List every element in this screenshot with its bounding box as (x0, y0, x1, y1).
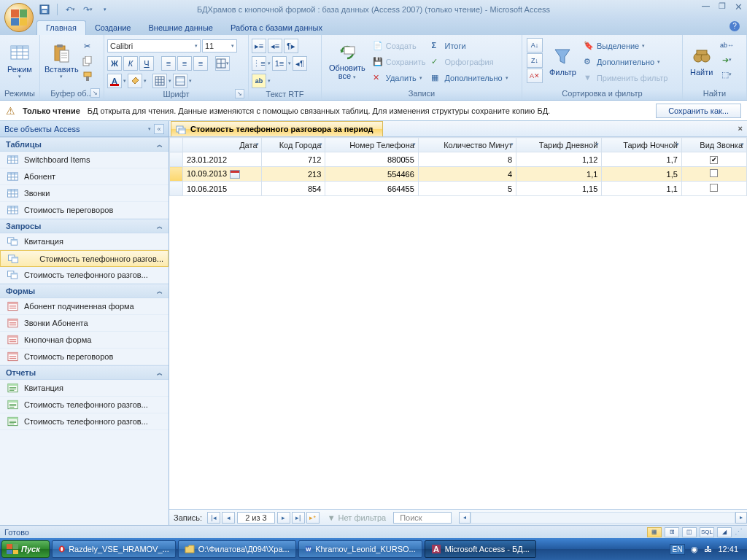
find-button[interactable]: Найти (686, 36, 717, 86)
new-record[interactable]: 📄Создать (370, 38, 429, 54)
dialog-launcher-icon[interactable]: ↘ (235, 89, 244, 98)
sort-asc-icon[interactable]: A↓ (527, 38, 543, 52)
decrease-indent-icon[interactable]: ◂≡ (268, 39, 282, 53)
cell[interactable] (681, 182, 746, 196)
cell[interactable]: 1,1 (602, 182, 682, 196)
cell[interactable]: 213 (261, 167, 325, 182)
checkbox[interactable] (710, 169, 718, 177)
sql-view-btn[interactable]: SQL (700, 527, 714, 537)
minimize-icon[interactable]: — (702, 1, 710, 12)
clear-sort-icon[interactable]: A✕ (527, 69, 543, 83)
checkbox[interactable]: ✔ (710, 156, 718, 164)
cell[interactable]: 4 (418, 167, 516, 182)
column-header[interactable]: Вид Звонка▾ (681, 138, 746, 152)
sort-desc-icon[interactable]: Z↓ (527, 53, 543, 68)
clock[interactable]: 12:41 (718, 545, 738, 553)
taskbar-button[interactable]: WKhramov_Leonid_KURSO... (298, 540, 422, 558)
cell[interactable]: 712 (261, 152, 325, 167)
resize-grip-icon[interactable]: ⋰ (735, 527, 743, 537)
last-record-icon[interactable]: ▸| (292, 512, 305, 524)
tab-home[interactable]: Главная (36, 20, 86, 35)
increase-indent-icon[interactable]: ▸≡ (252, 39, 266, 53)
nav-category[interactable]: Формы︽ (0, 284, 169, 298)
advanced-filter[interactable]: ⚙Дополнительно ▾ (581, 54, 671, 70)
scroll-left-icon[interactable]: ◂ (459, 512, 471, 524)
next-record-icon[interactable]: ▸ (277, 512, 290, 524)
select-icon[interactable]: ⬚ ▾ (717, 67, 736, 82)
record-position[interactable]: 2 из 3 (237, 512, 275, 524)
pivot-chart-btn[interactable]: ◫ (682, 527, 697, 537)
select-all-corner[interactable] (170, 138, 183, 152)
row-selector[interactable] (170, 152, 183, 167)
toggle-filter[interactable]: ▼Применить фильтр (581, 70, 671, 86)
row-selector[interactable] (170, 182, 183, 196)
column-header[interactable]: Тариф Дневной▾ (516, 138, 602, 152)
spelling[interactable]: ✓Орфография (428, 54, 511, 70)
cell[interactable]: 1,7 (602, 152, 682, 167)
tray-icon[interactable]: ◉ (691, 545, 698, 554)
gridlines2-icon[interactable] (152, 74, 167, 88)
taskbar-button[interactable]: Razdely_VSE_HRAMOV_... (52, 540, 176, 558)
totals[interactable]: ΣИтоги (428, 38, 511, 54)
font-color-icon[interactable]: A (107, 74, 122, 88)
align-right-icon[interactable]: ≡ (193, 56, 208, 71)
qat-more-icon[interactable]: ▾ (98, 3, 112, 16)
cell[interactable] (681, 167, 746, 182)
horizontal-scrollbar[interactable]: ◂ ▸ (459, 512, 747, 524)
nav-header[interactable]: Все объекты Access ▾« (0, 121, 169, 137)
nav-item[interactable]: Стоимость переговоров (0, 349, 169, 365)
numbering-icon[interactable]: 1≡ (272, 56, 287, 71)
save-as-button[interactable]: Сохранить как... (656, 104, 741, 118)
nav-item[interactable]: Стоимость телефонного разгов... (0, 397, 169, 413)
view-button[interactable]: Режим▾ (3, 36, 36, 86)
scroll-right-icon[interactable]: ▸ (735, 512, 747, 524)
nav-item[interactable]: Звонки Абонента (0, 315, 169, 332)
nav-item[interactable]: Стоимость телефонного разгов... (0, 413, 169, 430)
column-header[interactable]: Код Города▾ (261, 138, 325, 152)
tab-external[interactable]: Внешние данные (140, 21, 222, 35)
highlight-icon[interactable]: ab (252, 74, 266, 88)
nav-category[interactable]: Запросы︽ (0, 219, 169, 233)
italic-icon[interactable]: К (123, 56, 138, 71)
nav-item[interactable]: Абонент (0, 168, 169, 185)
font-name-select[interactable]: Calibri▾ (107, 39, 201, 52)
cell[interactable]: 23.01.2012 (183, 152, 262, 167)
start-button[interactable]: Пуск (1, 540, 50, 558)
restore-icon[interactable]: ❐ (719, 1, 726, 12)
nav-item[interactable]: Стоимость телефонного разгов... (0, 267, 169, 284)
goto-icon[interactable]: ➔ ▾ (717, 52, 736, 67)
nav-item[interactable]: Стоимость переговоров (0, 202, 169, 219)
language-indicator[interactable]: EN (670, 544, 686, 555)
align-center-icon[interactable]: ≡ (177, 56, 192, 71)
cell[interactable]: 664455 (325, 182, 419, 196)
doc-tab-active[interactable]: Стоимость телефонного разговора за перио… (171, 121, 383, 136)
office-button[interactable] (4, 3, 34, 32)
cell[interactable]: 854 (261, 182, 325, 196)
close-tab-icon[interactable]: × (738, 124, 743, 133)
save-icon[interactable] (38, 3, 51, 16)
tray-icon[interactable]: 🖧 (704, 545, 712, 553)
datasheet-view-btn[interactable]: ▦ (647, 527, 662, 537)
table-row[interactable]: 10.06.201585466445551,151,1 (170, 182, 747, 196)
nav-item[interactable]: Квитанция (0, 233, 169, 250)
prev-record-icon[interactable]: ◂ (222, 512, 235, 524)
copy-icon[interactable] (80, 54, 95, 69)
cell[interactable]: 5 (418, 182, 516, 196)
data-grid[interactable]: Дата▾Код Города▾Номер Телефона▾Количеств… (169, 137, 747, 196)
refresh-button[interactable]: Обновитьвсе ▾ (325, 36, 370, 86)
cut-icon[interactable]: ✂ (80, 39, 95, 53)
checkbox[interactable] (710, 184, 718, 192)
dialog-launcher-icon[interactable]: ↘ (90, 88, 100, 98)
filter-indicator[interactable]: ▼Нет фильтра (328, 513, 386, 522)
cell[interactable]: 10.06.2015 (183, 182, 262, 196)
collapse-icon[interactable]: « (154, 124, 164, 134)
cell[interactable]: 1,15 (516, 182, 602, 196)
design-view-btn[interactable]: ◢ (717, 527, 732, 537)
row-selector[interactable] (170, 167, 183, 182)
cell[interactable]: 880055 (325, 152, 419, 167)
column-header[interactable]: Тариф Ночной▾ (602, 138, 682, 152)
nav-category[interactable]: Отчеты︽ (0, 365, 169, 380)
nav-category[interactable]: Таблицы︽ (0, 137, 169, 152)
bullets-icon[interactable]: ⋮≡ (252, 56, 266, 71)
replace-icon[interactable]: ab↔ (717, 38, 736, 52)
